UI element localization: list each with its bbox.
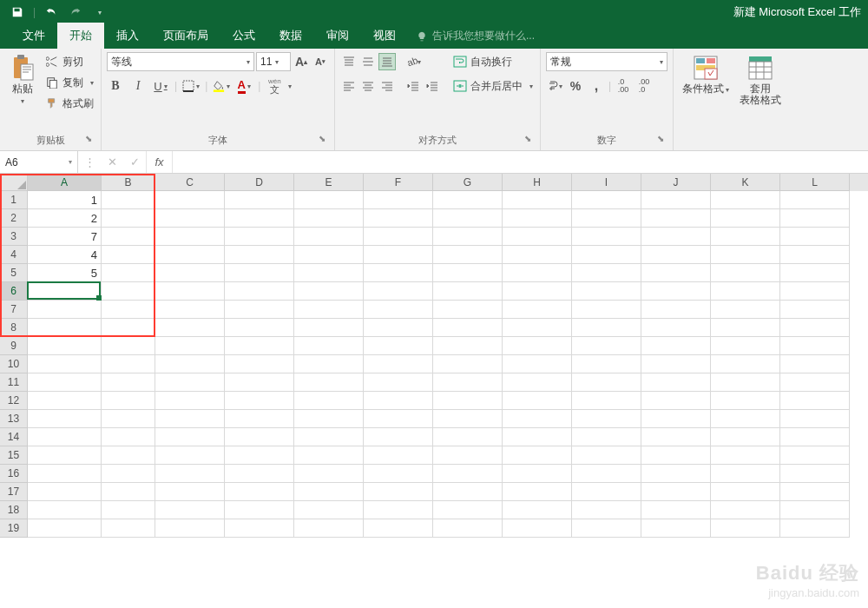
- cell-F2[interactable]: [364, 209, 433, 228]
- cell-J4[interactable]: [641, 246, 711, 264]
- cell-B4[interactable]: [102, 246, 155, 264]
- cell-B16[interactable]: [102, 465, 155, 483]
- cell-H7[interactable]: [503, 301, 572, 319]
- cell-G12[interactable]: [433, 392, 503, 410]
- cell-A4[interactable]: 4: [28, 246, 102, 264]
- number-format-combo[interactable]: 常规▾: [546, 52, 667, 71]
- cell-L4[interactable]: [780, 246, 850, 264]
- cell-H14[interactable]: [503, 428, 572, 446]
- cell-I6[interactable]: [572, 282, 641, 301]
- cell-H3[interactable]: [503, 228, 572, 246]
- row-header-16[interactable]: 16: [0, 465, 28, 483]
- cell-I4[interactable]: [572, 246, 641, 264]
- cell-B13[interactable]: [102, 410, 155, 428]
- save-button[interactable]: [7, 3, 28, 22]
- cell-G19[interactable]: [433, 519, 503, 538]
- tab-home[interactable]: 开始: [57, 23, 104, 49]
- cell-B8[interactable]: [102, 319, 155, 337]
- cell-I16[interactable]: [572, 465, 641, 483]
- cell-F5[interactable]: [364, 264, 433, 282]
- cell-I14[interactable]: [572, 428, 641, 446]
- format-painter-button[interactable]: 格式刷: [43, 94, 95, 113]
- cell-J12[interactable]: [641, 392, 711, 410]
- cell-D6[interactable]: [225, 282, 294, 301]
- col-header-C[interactable]: C: [155, 174, 225, 191]
- cell-F13[interactable]: [364, 410, 433, 428]
- cell-J1[interactable]: [641, 191, 711, 209]
- cell-E16[interactable]: [294, 465, 364, 483]
- cell-G17[interactable]: [433, 483, 503, 501]
- cell-B12[interactable]: [102, 392, 155, 410]
- align-left-button[interactable]: [340, 77, 358, 95]
- cell-I10[interactable]: [572, 355, 641, 373]
- cell-K14[interactable]: [711, 428, 780, 446]
- cell-E14[interactable]: [294, 428, 364, 446]
- cell-F16[interactable]: [364, 465, 433, 483]
- col-header-D[interactable]: D: [225, 174, 294, 191]
- row-header-9[interactable]: 9: [0, 337, 28, 355]
- cell-I15[interactable]: [572, 446, 641, 465]
- cell-E7[interactable]: [294, 301, 364, 319]
- cell-B15[interactable]: [102, 446, 155, 465]
- cell-G3[interactable]: [433, 228, 503, 246]
- cell-E13[interactable]: [294, 410, 364, 428]
- cell-H1[interactable]: [503, 191, 572, 209]
- cell-B1[interactable]: [102, 191, 155, 209]
- cell-L1[interactable]: [780, 191, 850, 209]
- cell-C18[interactable]: [155, 501, 225, 519]
- cell-D13[interactable]: [225, 410, 294, 428]
- cell-I7[interactable]: [572, 301, 641, 319]
- col-header-A[interactable]: A: [28, 174, 102, 191]
- cell-I2[interactable]: [572, 209, 641, 228]
- cell-L17[interactable]: [780, 483, 850, 501]
- cell-J2[interactable]: [641, 209, 711, 228]
- cell-C15[interactable]: [155, 446, 225, 465]
- cell-I1[interactable]: [572, 191, 641, 209]
- cell-B10[interactable]: [102, 355, 155, 373]
- tab-insert[interactable]: 插入: [104, 23, 151, 49]
- undo-button[interactable]: [41, 3, 62, 22]
- cell-H15[interactable]: [503, 446, 572, 465]
- cell-K7[interactable]: [711, 301, 780, 319]
- row-header-1[interactable]: 1: [0, 191, 28, 209]
- cell-B18[interactable]: [102, 501, 155, 519]
- cell-D17[interactable]: [225, 483, 294, 501]
- cell-A7[interactable]: [28, 301, 102, 319]
- cell-G16[interactable]: [433, 465, 503, 483]
- cell-A12[interactable]: [28, 392, 102, 410]
- name-box[interactable]: A6▾: [0, 151, 78, 173]
- align-bottom-button[interactable]: [378, 53, 396, 70]
- cell-A14[interactable]: [28, 428, 102, 446]
- cell-D5[interactable]: [225, 264, 294, 282]
- cell-L13[interactable]: [780, 410, 850, 428]
- spreadsheet-grid[interactable]: ABCDEFGHIJKL 123456789101112131415161718…: [0, 174, 868, 608]
- font-name-combo[interactable]: 等线▾: [107, 52, 254, 71]
- cell-K18[interactable]: [711, 501, 780, 519]
- cell-C11[interactable]: [155, 373, 225, 392]
- fx-label[interactable]: fx: [147, 151, 173, 173]
- row-header-11[interactable]: 11: [0, 373, 28, 392]
- cell-E6[interactable]: [294, 282, 364, 301]
- col-header-K[interactable]: K: [711, 174, 780, 191]
- cell-K1[interactable]: [711, 191, 780, 209]
- cell-F10[interactable]: [364, 355, 433, 373]
- cell-A10[interactable]: [28, 355, 102, 373]
- cell-C5[interactable]: [155, 264, 225, 282]
- cell-A6[interactable]: [28, 282, 102, 301]
- cell-C9[interactable]: [155, 337, 225, 355]
- cell-G7[interactable]: [433, 301, 503, 319]
- cell-A1[interactable]: 1: [28, 191, 102, 209]
- accounting-format-button[interactable]: ▾: [546, 77, 563, 95]
- cell-L15[interactable]: [780, 446, 850, 465]
- cell-A16[interactable]: [28, 465, 102, 483]
- cell-F8[interactable]: [364, 319, 433, 337]
- cell-C19[interactable]: [155, 519, 225, 538]
- row-header-17[interactable]: 17: [0, 483, 28, 501]
- font-size-combo[interactable]: 11▾: [256, 52, 291, 71]
- cell-J19[interactable]: [641, 519, 711, 538]
- row-header-6[interactable]: 6: [0, 282, 28, 301]
- cell-F12[interactable]: [364, 392, 433, 410]
- align-right-button[interactable]: [378, 77, 396, 95]
- wrap-text-button[interactable]: 自动换行: [451, 52, 535, 71]
- cell-L19[interactable]: [780, 519, 850, 538]
